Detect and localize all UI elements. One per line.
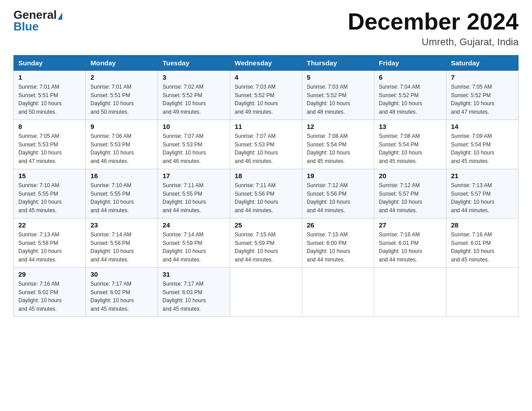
calendar-cell [302, 268, 374, 317]
calendar-cell: 6Sunrise: 7:04 AMSunset: 5:52 PMDaylight… [374, 71, 446, 120]
day-number: 20 [379, 172, 442, 180]
calendar-cell: 7Sunrise: 7:05 AMSunset: 5:52 PMDaylight… [446, 71, 519, 120]
logo-triangle-icon [58, 13, 62, 20]
day-number: 7 [451, 73, 514, 81]
logo-general-text: General [13, 9, 57, 21]
calendar-cell: 23Sunrise: 7:14 AMSunset: 5:58 PMDayligh… [86, 218, 158, 268]
calendar-cell: 21Sunrise: 7:13 AMSunset: 5:57 PMDayligh… [446, 169, 519, 218]
day-info: Sunrise: 7:05 AMSunset: 5:53 PMDaylight:… [18, 132, 81, 165]
day-number: 19 [307, 172, 369, 180]
calendar-cell [374, 268, 446, 317]
logo-blue-text: Blue [13, 20, 39, 33]
day-number: 12 [307, 123, 369, 130]
day-info: Sunrise: 7:17 AMSunset: 6:03 PMDaylight:… [163, 280, 225, 313]
weekday-header-saturday: Saturday [446, 56, 519, 71]
weekday-header-sunday: Sunday [14, 56, 86, 71]
day-number: 5 [307, 73, 369, 81]
calendar-cell: 16Sunrise: 7:10 AMSunset: 5:55 PMDayligh… [86, 169, 158, 218]
calendar-cell: 26Sunrise: 7:15 AMSunset: 6:00 PMDayligh… [302, 218, 374, 268]
day-number: 30 [90, 270, 153, 278]
day-info: Sunrise: 7:08 AMSunset: 5:54 PMDaylight:… [379, 132, 442, 165]
day-number: 17 [163, 172, 225, 180]
calendar-cell: 11Sunrise: 7:07 AMSunset: 5:53 PMDayligh… [230, 120, 302, 169]
day-number: 22 [18, 221, 81, 229]
day-number: 25 [235, 221, 297, 229]
day-info: Sunrise: 7:14 AMSunset: 5:58 PMDaylight:… [90, 231, 153, 264]
location: Umreth, Gujarat, India [348, 36, 519, 48]
day-number: 8 [18, 123, 81, 130]
day-number: 2 [90, 73, 153, 81]
day-number: 9 [90, 123, 153, 130]
calendar-cell: 29Sunrise: 7:16 AMSunset: 6:02 PMDayligh… [14, 268, 86, 317]
day-number: 18 [235, 172, 297, 180]
day-info: Sunrise: 7:12 AMSunset: 5:56 PMDaylight:… [307, 181, 369, 214]
day-info: Sunrise: 7:16 AMSunset: 6:01 PMDaylight:… [379, 231, 442, 264]
calendar-cell: 1Sunrise: 7:01 AMSunset: 5:51 PMDaylight… [14, 71, 86, 120]
day-info: Sunrise: 7:11 AMSunset: 5:55 PMDaylight:… [163, 181, 225, 214]
calendar-cell: 2Sunrise: 7:01 AMSunset: 5:51 PMDaylight… [86, 71, 158, 120]
day-number: 11 [235, 123, 297, 130]
day-info: Sunrise: 7:01 AMSunset: 5:51 PMDaylight:… [90, 83, 153, 116]
logo: General Blue [13, 9, 63, 34]
day-number: 3 [163, 73, 225, 81]
calendar-cell: 12Sunrise: 7:08 AMSunset: 5:54 PMDayligh… [302, 120, 374, 169]
calendar-cell: 27Sunrise: 7:16 AMSunset: 6:01 PMDayligh… [374, 218, 446, 268]
day-info: Sunrise: 7:17 AMSunset: 6:02 PMDaylight:… [90, 280, 153, 313]
weekday-header-tuesday: Tuesday [158, 56, 230, 71]
day-info: Sunrise: 7:13 AMSunset: 5:58 PMDaylight:… [18, 231, 81, 264]
day-number: 31 [163, 270, 225, 278]
calendar-cell [446, 268, 519, 317]
day-number: 6 [379, 73, 442, 81]
day-info: Sunrise: 7:09 AMSunset: 5:54 PMDaylight:… [451, 132, 514, 165]
day-number: 4 [235, 73, 297, 81]
calendar-cell: 9Sunrise: 7:06 AMSunset: 5:53 PMDaylight… [86, 120, 158, 169]
day-info: Sunrise: 7:06 AMSunset: 5:53 PMDaylight:… [90, 132, 153, 165]
calendar-cell: 28Sunrise: 7:16 AMSunset: 6:01 PMDayligh… [446, 218, 519, 268]
day-info: Sunrise: 7:15 AMSunset: 6:00 PMDaylight:… [307, 231, 369, 264]
day-number: 15 [18, 172, 81, 180]
day-info: Sunrise: 7:10 AMSunset: 5:55 PMDaylight:… [90, 181, 153, 214]
day-info: Sunrise: 7:03 AMSunset: 5:52 PMDaylight:… [235, 83, 297, 116]
day-info: Sunrise: 7:01 AMSunset: 5:51 PMDaylight:… [18, 83, 81, 116]
calendar-cell: 31Sunrise: 7:17 AMSunset: 6:03 PMDayligh… [158, 268, 230, 317]
day-info: Sunrise: 7:16 AMSunset: 6:01 PMDaylight:… [451, 231, 514, 264]
calendar-cell: 30Sunrise: 7:17 AMSunset: 6:02 PMDayligh… [86, 268, 158, 317]
day-number: 29 [18, 270, 81, 278]
calendar-cell [230, 268, 302, 317]
calendar-cell: 15Sunrise: 7:10 AMSunset: 5:55 PMDayligh… [14, 169, 86, 218]
calendar-cell: 4Sunrise: 7:03 AMSunset: 5:52 PMDaylight… [230, 71, 302, 120]
calendar-cell: 8Sunrise: 7:05 AMSunset: 5:53 PMDaylight… [14, 120, 86, 169]
calendar-cell: 25Sunrise: 7:15 AMSunset: 5:59 PMDayligh… [230, 218, 302, 268]
day-info: Sunrise: 7:02 AMSunset: 5:52 PMDaylight:… [163, 83, 225, 116]
day-number: 14 [451, 123, 514, 130]
day-info: Sunrise: 7:03 AMSunset: 5:52 PMDaylight:… [307, 83, 369, 116]
month-title: December 2024 [348, 9, 519, 34]
day-info: Sunrise: 7:04 AMSunset: 5:52 PMDaylight:… [379, 83, 442, 116]
weekday-header-monday: Monday [86, 56, 158, 71]
calendar-cell: 17Sunrise: 7:11 AMSunset: 5:55 PMDayligh… [158, 169, 230, 218]
day-number: 26 [307, 221, 369, 229]
day-info: Sunrise: 7:07 AMSunset: 5:53 PMDaylight:… [163, 132, 225, 165]
page-header: General Blue December 2024 Umreth, Gujar… [13, 9, 519, 48]
day-number: 10 [163, 123, 225, 130]
day-number: 21 [451, 172, 514, 180]
calendar-cell: 3Sunrise: 7:02 AMSunset: 5:52 PMDaylight… [158, 71, 230, 120]
day-info: Sunrise: 7:14 AMSunset: 5:59 PMDaylight:… [163, 231, 225, 264]
day-number: 13 [379, 123, 442, 130]
day-info: Sunrise: 7:12 AMSunset: 5:57 PMDaylight:… [379, 181, 442, 214]
day-info: Sunrise: 7:05 AMSunset: 5:52 PMDaylight:… [451, 83, 514, 116]
calendar-cell: 14Sunrise: 7:09 AMSunset: 5:54 PMDayligh… [446, 120, 519, 169]
day-number: 16 [90, 172, 153, 180]
weekday-header-wednesday: Wednesday [230, 56, 302, 71]
day-number: 1 [18, 73, 81, 81]
day-info: Sunrise: 7:08 AMSunset: 5:54 PMDaylight:… [307, 132, 369, 165]
day-number: 28 [451, 221, 514, 229]
calendar-cell: 24Sunrise: 7:14 AMSunset: 5:59 PMDayligh… [158, 218, 230, 268]
calendar-cell: 18Sunrise: 7:11 AMSunset: 5:56 PMDayligh… [230, 169, 302, 218]
calendar-cell: 22Sunrise: 7:13 AMSunset: 5:58 PMDayligh… [14, 218, 86, 268]
day-number: 27 [379, 221, 442, 229]
weekday-header-friday: Friday [374, 56, 446, 71]
day-info: Sunrise: 7:10 AMSunset: 5:55 PMDaylight:… [18, 181, 81, 214]
day-info: Sunrise: 7:15 AMSunset: 5:59 PMDaylight:… [235, 231, 297, 264]
day-info: Sunrise: 7:16 AMSunset: 6:02 PMDaylight:… [18, 280, 81, 313]
